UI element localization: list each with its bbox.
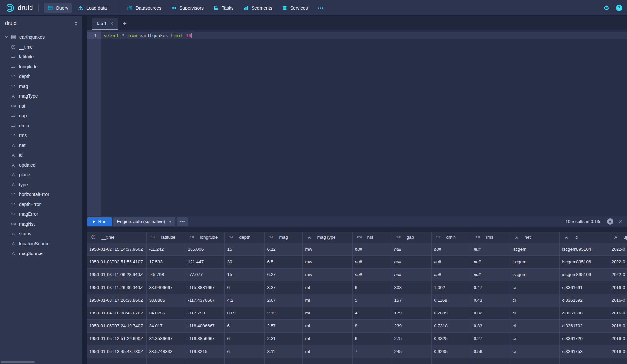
cell-dmin[interactable]: 0.3325 bbox=[431, 332, 471, 345]
sidebar-table-earthquakes[interactable]: earthquakes bbox=[0, 32, 82, 42]
results-column-header[interactable]: dmin bbox=[431, 232, 471, 243]
cell-net[interactable]: iscgem bbox=[510, 268, 559, 281]
cell-time[interactable]: 1950-01-03T02:51:55.410Z bbox=[87, 255, 146, 268]
results-column-header[interactable]: net bbox=[510, 232, 559, 243]
cell-longitude[interactable]: -117.759 bbox=[185, 307, 224, 319]
cell-mag[interactable]: 2.12 bbox=[264, 307, 302, 319]
cell-nst[interactable]: 6 bbox=[352, 332, 392, 345]
sidebar-column-item[interactable]: longitude bbox=[0, 62, 82, 71]
cell-nst[interactable]: 4 bbox=[352, 307, 392, 319]
cell-id[interactable]: iscgem895104 bbox=[559, 243, 609, 255]
cell-updated[interactable] bbox=[609, 358, 627, 364]
sidebar-column-item[interactable]: net bbox=[0, 140, 82, 150]
cell-rms[interactable]: 0.33 bbox=[471, 319, 510, 332]
cell-gap[interactable] bbox=[392, 358, 431, 364]
cell-updated[interactable]: 2022-0 bbox=[609, 255, 627, 268]
sidebar-column-item[interactable]: __time bbox=[0, 42, 82, 52]
sidebar-column-item[interactable]: status bbox=[0, 229, 82, 239]
cell-updated[interactable]: 2016-0 bbox=[609, 281, 627, 294]
sidebar-column-item[interactable]: horizontalError bbox=[0, 190, 82, 199]
cell-dmin[interactable]: 0.1168 bbox=[431, 294, 471, 307]
cell-time[interactable]: 1950-01-03T17:26:38.860Z bbox=[87, 294, 146, 307]
sidebar-column-item[interactable]: updated bbox=[0, 160, 82, 170]
cell-depth[interactable]: 0.09 bbox=[224, 307, 264, 319]
cell-net[interactable]: ci bbox=[510, 307, 559, 319]
cell-latitude[interactable]: -45.798 bbox=[146, 268, 185, 281]
cell-longitude[interactable]: -119.3215 bbox=[185, 345, 224, 358]
cell-gap[interactable]: 308 bbox=[392, 281, 431, 294]
cell-longitude[interactable]: 165.006 bbox=[185, 243, 224, 255]
cell-magType[interactable]: mw bbox=[302, 255, 352, 268]
cell-depth[interactable]: 30 bbox=[224, 255, 264, 268]
nav-item-segments[interactable]: Segments bbox=[240, 3, 276, 13]
cell-updated[interactable]: 2016-0 bbox=[609, 294, 627, 307]
cell-rms[interactable] bbox=[471, 358, 510, 364]
cell-id[interactable]: ci3361753 bbox=[559, 345, 609, 358]
cell-dmin[interactable]: null bbox=[431, 268, 471, 281]
cell-latitude[interactable] bbox=[146, 358, 185, 364]
cell-magType[interactable]: ml bbox=[302, 332, 352, 345]
cell-net[interactable]: ci bbox=[510, 345, 559, 358]
cell-magType[interactable]: ml bbox=[302, 281, 352, 294]
cell-latitude[interactable]: -11.242 bbox=[146, 243, 185, 255]
cell-net[interactable] bbox=[510, 358, 559, 364]
sidebar-column-item[interactable]: locationSource bbox=[0, 239, 82, 249]
cell-latitude[interactable]: 33.8885 bbox=[146, 294, 185, 307]
sidebar-column-item[interactable]: nst bbox=[0, 101, 82, 111]
cell-mag[interactable]: 2.31 bbox=[264, 332, 302, 345]
cell-depth[interactable]: 6 bbox=[224, 281, 264, 294]
cell-gap[interactable]: null bbox=[392, 255, 431, 268]
cell-updated[interactable]: 2022-0 bbox=[609, 243, 627, 255]
close-results-icon[interactable]: × bbox=[618, 219, 622, 224]
cell-mag[interactable]: 2.57 bbox=[264, 319, 302, 332]
sidebar-column-item[interactable]: magSource bbox=[0, 249, 82, 258]
cell-depth[interactable]: 6 bbox=[224, 319, 264, 332]
cell-gap[interactable]: null bbox=[392, 268, 431, 281]
sidebar-column-item[interactable]: type bbox=[0, 180, 82, 190]
cell-rms[interactable]: 0.43 bbox=[471, 294, 510, 307]
cell-gap[interactable]: 157 bbox=[392, 294, 431, 307]
cell-rms[interactable]: 0.47 bbox=[471, 281, 510, 294]
cell-id[interactable]: iscgem895106 bbox=[559, 255, 609, 268]
nav-item-datasources[interactable]: Datasources bbox=[124, 3, 165, 13]
results-column-header[interactable]: __time bbox=[87, 232, 146, 243]
cell-longitude[interactable]: -116.4006667 bbox=[185, 319, 224, 332]
sidebar-column-item[interactable]: mag bbox=[0, 81, 82, 91]
nav-more-button[interactable]: ••• bbox=[314, 3, 328, 12]
sidebar-column-item[interactable]: magType bbox=[0, 91, 82, 101]
cell-time[interactable]: 1950-01-03T11:06:28.640Z bbox=[87, 268, 146, 281]
schema-selector[interactable]: druid bbox=[0, 16, 82, 31]
sidebar-column-item[interactable]: latitude bbox=[0, 52, 82, 62]
nav-item-services[interactable]: Services bbox=[278, 3, 312, 13]
cell-net[interactable]: ci bbox=[510, 281, 559, 294]
add-tab-button[interactable]: + bbox=[123, 20, 126, 27]
cell-mag[interactable]: 6.12 bbox=[264, 243, 302, 255]
results-column-header[interactable]: nst bbox=[352, 232, 392, 243]
cell-dmin[interactable] bbox=[431, 358, 471, 364]
chevron-down-icon[interactable] bbox=[4, 35, 9, 39]
cell-magType[interactable]: ml bbox=[302, 319, 352, 332]
cell-rms[interactable]: null bbox=[471, 255, 510, 268]
sidebar-column-item[interactable]: rms bbox=[0, 131, 82, 140]
cell-time[interactable]: 1950-01-02T15:14:37.960Z bbox=[87, 243, 146, 255]
download-results-button[interactable] bbox=[607, 218, 613, 225]
cell-mag[interactable]: 6.5 bbox=[264, 255, 302, 268]
scrollbar-thumb[interactable] bbox=[1, 361, 35, 363]
cell-gap[interactable]: 245 bbox=[392, 345, 431, 358]
cell-updated[interactable]: 2016-0 bbox=[609, 307, 627, 319]
cell-updated[interactable]: 2016-0 bbox=[609, 345, 627, 358]
cell-magType[interactable]: ml bbox=[302, 345, 352, 358]
cell-gap[interactable]: null bbox=[392, 243, 431, 255]
cell-depth[interactable]: 6 bbox=[224, 345, 264, 358]
cell-magType[interactable]: ml bbox=[302, 294, 352, 307]
results-column-header[interactable]: rms bbox=[471, 232, 510, 243]
cell-longitude[interactable]: -117.4376667 bbox=[185, 294, 224, 307]
results-column-header[interactable]: depth bbox=[224, 232, 264, 243]
cell-id[interactable]: ci3361692 bbox=[559, 294, 609, 307]
cell-mag[interactable] bbox=[264, 358, 302, 364]
cell-magType[interactable]: mw bbox=[302, 243, 352, 255]
cell-nst[interactable] bbox=[352, 358, 392, 364]
sql-code-line[interactable]: select * from earthquakes limit 10 bbox=[101, 32, 192, 39]
cell-gap[interactable]: 275 bbox=[392, 332, 431, 345]
cell-time[interactable] bbox=[87, 358, 146, 364]
